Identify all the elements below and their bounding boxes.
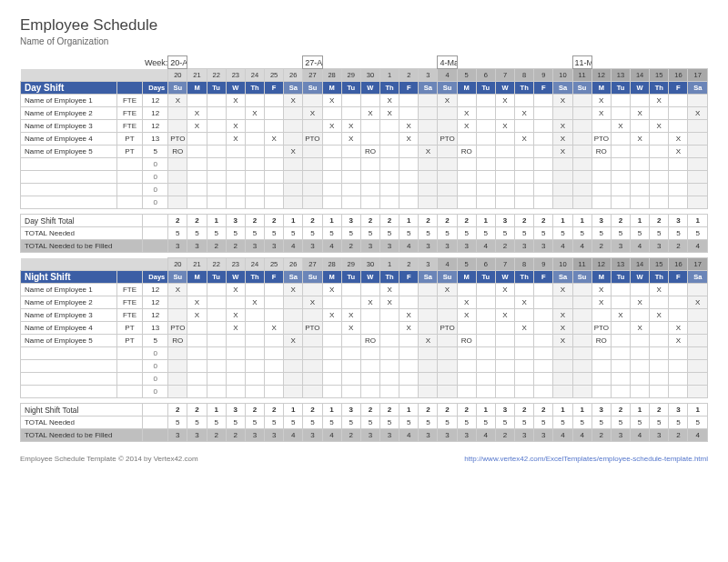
footer-left: Employee Schedule Template © 2014 by Ver… [20, 455, 198, 463]
employee-name: Name of Employee 3 [21, 309, 117, 322]
org-name: Name of Organization [20, 36, 708, 46]
shift-header: Night Shift [21, 271, 117, 284]
employee-name: Name of Employee 5 [21, 146, 117, 158]
schedule-table: Week:20-Apr-1427-Apr-144-May-1411-May-14… [20, 55, 708, 442]
footer-link[interactable]: http://www.vertex42.com/ExcelTemplates/e… [464, 455, 708, 463]
employee-name: Name of Employee 1 [21, 95, 117, 107]
employee-name: Name of Employee 1 [21, 284, 117, 296]
employee-name: Name of Employee 5 [21, 335, 117, 347]
week-start[interactable]: 11-May-14 [572, 56, 592, 69]
shift-header: Day Shift [21, 82, 117, 95]
employee-name: Name of Employee 2 [21, 296, 117, 309]
employee-name: Name of Employee 4 [21, 322, 117, 335]
week-start[interactable]: 20-Apr-14 [168, 56, 187, 69]
week-start[interactable]: 27-Apr-14 [303, 56, 322, 69]
week-start[interactable]: 4-May-14 [438, 56, 457, 69]
employee-name: Name of Employee 4 [21, 133, 117, 146]
employee-name: Name of Employee 2 [21, 107, 117, 120]
page-title: Employee Schedule [20, 16, 708, 35]
employee-name: Name of Employee 3 [21, 120, 117, 133]
